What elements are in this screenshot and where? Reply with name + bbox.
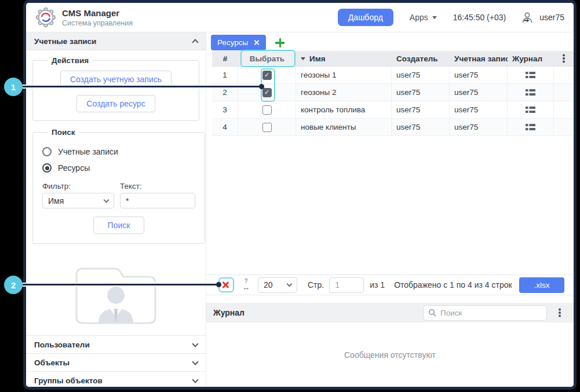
column-journal[interactable]: Журнал [508,51,554,66]
journal-icon [526,123,535,131]
callout-badge-1: 1 [4,78,23,96]
apps-menu[interactable]: Apps [410,13,437,22]
journal-empty-message: Сообщения отсутствуют [344,350,436,360]
table-row[interactable]: 3 контроль топлива user75 user75 [212,101,574,119]
tab-resources[interactable]: Ресурсы [211,35,266,50]
row-checkbox[interactable] [262,123,272,132]
journal-icon [526,106,535,113]
export-xlsx-button[interactable]: .xlsx [519,277,564,293]
create-resource-button[interactable]: Создать ресурс [76,95,155,112]
app-title: CMS Manager [62,8,133,18]
chevron-down-icon [192,340,198,347]
radio-resources[interactable]: Ресурсы [42,163,195,173]
pagination-bar: ?↔ 20 Стр. из 1 Отображено с 1 по 4 из 4… [206,274,574,295]
sidebar-item-users[interactable]: Пользователи [26,335,206,353]
fit-columns-icon[interactable]: ?↔ [242,279,250,291]
sidebar-item-units[interactable]: Объекты [26,353,206,371]
sidebar-item-label: Пользователи [34,340,90,349]
add-tab-icon[interactable] [275,38,284,47]
resource-account: user75 [450,101,508,118]
clock-display: 16:45:50 (+03) [453,13,506,22]
page-number-input[interactable] [329,277,364,293]
page-size-value: 20 [264,280,273,290]
page-size-select[interactable]: 20 [258,277,297,293]
actions-fieldset: Действия Создать учетную запись Создать … [32,56,199,121]
column-creator[interactable]: Создатель [392,51,450,66]
resource-creator: user75 [392,119,450,135]
user-icon [521,12,534,24]
column-account[interactable]: Учетная запись [450,51,508,66]
chevron-down-icon [432,16,437,19]
resource-account: user75 [450,119,508,135]
search-fieldset: Поиск Учетные записи Ресурсы Фильтр: Тек… [32,128,205,244]
radio-accounts-label: Учетные записи [58,147,118,156]
sidebar-item-accounts[interactable]: Учетные записи [26,32,206,50]
journal-cell[interactable] [508,84,554,101]
journal-title: Журнал [213,308,245,317]
journal-menu-button[interactable] [555,312,564,313]
highlight-select-column [240,50,296,67]
divider [206,295,574,303]
apps-label: Apps [410,13,428,22]
dashboard-button[interactable]: Дашборд [338,9,393,26]
cms-gear-logo-icon [35,7,56,28]
radio-resources-label: Ресурсы [58,163,90,173]
app-subtitle: Система управления [62,19,133,27]
filter-select-value: Имя [48,196,64,206]
row-number: 4 [212,119,238,135]
search-legend: Поиск [48,128,79,137]
journal-header: Журнал [206,303,574,323]
sidebar-sections: Пользователи Объекты Группы объектов Рет… [26,335,206,390]
close-tab-icon[interactable] [253,39,260,46]
text-label: Текст: [120,182,142,190]
journal-cell[interactable] [508,101,554,118]
tab-resources-label: Ресурсы [217,38,248,47]
journal-cell[interactable] [508,67,554,83]
filter-label: Фильтр: [42,182,120,190]
resource-name: новые клиенты [296,119,392,135]
column-num[interactable]: # [212,51,238,66]
rows-summary: Отображено с 1 по 4 из 4 строк [394,280,512,290]
radio-accounts[interactable]: Учетные записи [42,147,195,156]
tab-bar: Ресурсы [206,32,574,51]
table-row[interactable]: 4 новые клиенты user75 user75 [212,119,574,136]
journal-search[interactable] [423,305,547,321]
row-number: 3 [212,101,238,118]
journal-icon [526,89,535,96]
filter-select[interactable]: Имя [42,193,114,208]
sidebar-item-label: Объекты [34,358,70,367]
actions-legend: Действия [48,56,92,65]
more-menu-icon [563,57,564,59]
search-button[interactable]: Поиск [93,217,145,234]
column-name[interactable]: Имя [296,51,392,66]
user-menu[interactable]: user75 [521,12,564,24]
journal-cell[interactable] [508,119,554,135]
resource-name: геозоны 1 [296,67,392,83]
resource-creator: user75 [392,67,450,83]
sidebar-item-unit-groups[interactable]: Группы объектов [26,371,206,389]
resource-account: user75 [450,67,508,83]
table-empty-area [206,136,574,274]
column-name-label: Имя [309,54,326,63]
accounts-panel: Действия Создать учетную запись Создать … [26,50,206,335]
username: user75 [539,13,564,22]
page-label: Стр. [308,280,324,290]
resource-creator: user75 [392,84,450,101]
chevron-down-icon [104,197,110,203]
resource-name: контроль топлива [296,101,392,118]
chevron-down-icon [192,358,198,365]
chevron-down-icon [287,281,293,287]
search-text-input[interactable] [120,193,195,208]
table-menu-button[interactable] [554,51,574,66]
chevron-up-icon [192,39,198,45]
journal-search-input[interactable] [440,309,542,317]
row-checkbox[interactable] [262,105,272,115]
sidebar-item-retranslators[interactable]: Ретрансляторы [26,389,206,390]
radio-accounts-circle-icon[interactable] [42,147,52,156]
callout-dot-2 [216,282,221,287]
callout-line-1 [21,86,261,87]
resource-account: user75 [450,84,508,101]
accounts-section-label: Учетные записи [34,37,96,46]
radio-resources-circle-icon[interactable] [42,163,52,173]
app-titles: CMS Manager Система управления [62,8,133,27]
